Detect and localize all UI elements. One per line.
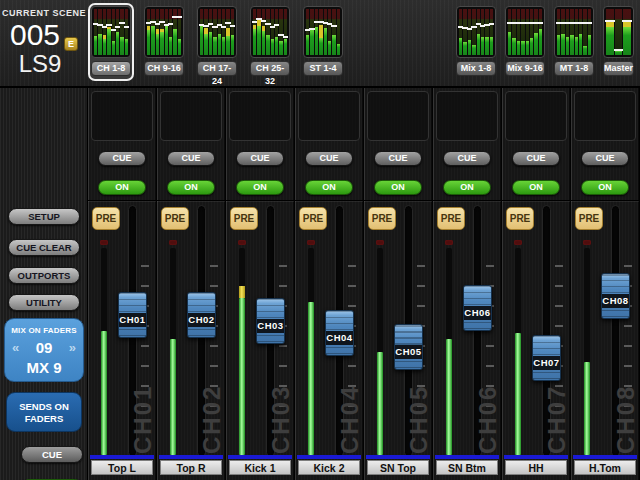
meter-bar xyxy=(213,9,216,55)
meter-bar xyxy=(579,9,582,55)
pre-badge[interactable]: PRE xyxy=(92,207,120,230)
utility-button[interactable]: UTILITY xyxy=(8,294,80,311)
channel-cue-button[interactable]: CUE xyxy=(581,151,629,166)
channel-on-button[interactable]: ON xyxy=(98,180,146,195)
channel-cue-button[interactable]: CUE xyxy=(236,151,284,166)
channel-processing-area[interactable] xyxy=(505,91,567,141)
meter-bridge-input-banks: CH 1-8 CH 9-16 CH 17-24 CH 25-32 ST 1-4 xyxy=(88,3,346,81)
meter-bar xyxy=(160,9,163,55)
channel-on-button[interactable]: ON xyxy=(167,180,215,195)
meter-display xyxy=(144,6,184,58)
channel-color-bar xyxy=(366,455,430,459)
channel-watermark: CH01 xyxy=(129,324,155,454)
channel-on-button[interactable]: ON xyxy=(374,180,422,195)
fader-handle[interactable]: CH04 xyxy=(325,310,354,356)
fader-scale-tick xyxy=(210,285,218,287)
channel-on-button[interactable]: ON xyxy=(443,180,491,195)
channel-meter-fill xyxy=(308,302,314,455)
ls9-mixer-app: CURRENT SCENE 005 E LS9 CH 1-8 CH 9-16 C… xyxy=(0,0,640,480)
channel-processing-area[interactable] xyxy=(160,91,222,141)
meter-bridge-tile[interactable]: Mix 1-8 xyxy=(453,3,499,81)
channel-name-label[interactable]: H.Tom xyxy=(574,460,636,475)
channel-on-button[interactable]: ON xyxy=(305,180,353,195)
fader-handle[interactable]: CH01 xyxy=(118,292,147,338)
clip-led-icon xyxy=(169,240,177,245)
mix-prev-chevron-icon[interactable]: « xyxy=(12,337,19,359)
current-scene-label: CURRENT SCENE xyxy=(0,8,88,18)
meter-display xyxy=(197,6,237,58)
pre-badge[interactable]: PRE xyxy=(368,207,396,230)
channel-name-label[interactable]: Top R xyxy=(160,460,222,475)
setup-button[interactable]: SETUP xyxy=(8,208,80,225)
meter-bar xyxy=(271,9,274,55)
channel-meter-fill xyxy=(515,333,521,455)
channel-processing-area[interactable] xyxy=(436,91,498,141)
cue-clear-button[interactable]: CUE CLEAR xyxy=(8,239,80,256)
fader-handle[interactable]: CH07 xyxy=(532,335,561,381)
channel-on-button[interactable]: ON xyxy=(236,180,284,195)
channel-processing-area[interactable] xyxy=(91,91,153,141)
fader-position-mark xyxy=(587,22,592,24)
channel-on-button[interactable]: ON xyxy=(512,180,560,195)
sends-on-faders-button[interactable]: SENDS ON FADERS xyxy=(6,392,82,432)
meter-bar xyxy=(103,9,106,55)
channel-cue-button[interactable]: CUE xyxy=(305,151,353,166)
channel-name-label[interactable]: HH xyxy=(505,460,567,475)
channel-meter-fill xyxy=(377,352,383,456)
fader-position-mark xyxy=(177,16,182,18)
pre-badge[interactable]: PRE xyxy=(299,207,327,230)
meter-bar xyxy=(315,9,318,55)
meter-bridge-tile[interactable]: CH 25-32 xyxy=(247,3,293,81)
fader-handle[interactable]: CH02 xyxy=(187,292,216,338)
meter-display xyxy=(554,6,594,58)
meter-bar xyxy=(98,9,101,55)
meter-bridge-tile[interactable]: Master xyxy=(600,3,637,81)
meter-bridge-tile[interactable]: CH 17-24 xyxy=(194,3,240,81)
current-scene-panel[interactable]: CURRENT SCENE 005 E LS9 xyxy=(0,0,88,86)
pre-badge[interactable]: PRE xyxy=(506,207,534,230)
pre-badge[interactable]: PRE xyxy=(437,207,465,230)
meter-bridge-tile[interactable]: CH 9-16 xyxy=(141,3,187,81)
fader-handle[interactable]: CH08 xyxy=(601,273,630,319)
channel-name-label[interactable]: SN Top xyxy=(367,460,429,475)
meter-bridge-tile[interactable]: ST 1-4 xyxy=(300,3,346,81)
channel-processing-area[interactable] xyxy=(229,91,291,141)
channel-cue-button[interactable]: CUE xyxy=(167,151,215,166)
channel-processing-area[interactable] xyxy=(367,91,429,141)
meter-bridge-bar: CURRENT SCENE 005 E LS9 CH 1-8 CH 9-16 C… xyxy=(0,0,640,88)
channel-name-label[interactable]: Kick 1 xyxy=(229,460,291,475)
channel-cue-button[interactable]: CUE xyxy=(98,151,146,166)
outports-button[interactable]: OUTPORTS xyxy=(8,267,80,284)
meter-bar xyxy=(459,9,462,55)
mix-next-chevron-icon[interactable]: » xyxy=(69,337,76,359)
fader-handle[interactable]: CH06 xyxy=(463,285,492,331)
meter-bridge-tile[interactable]: CH 1-8 xyxy=(88,3,134,81)
channel-cue-button[interactable]: CUE xyxy=(512,151,560,166)
meter-bar xyxy=(566,9,569,55)
channel-name-label[interactable]: Kick 2 xyxy=(298,460,360,475)
channel-name-label[interactable]: SN Btm xyxy=(436,460,498,475)
meter-bar xyxy=(156,9,159,55)
meter-bar xyxy=(615,9,623,55)
pre-badge[interactable]: PRE xyxy=(230,207,258,230)
meter-bridge-tile[interactable]: MT 1-8 xyxy=(551,3,597,81)
channel-cue-button[interactable]: CUE xyxy=(443,151,491,166)
meter-bar xyxy=(112,9,115,55)
channel-processing-area[interactable] xyxy=(574,91,636,141)
sidebar-cue-button[interactable]: CUE xyxy=(21,446,83,463)
strip-divider xyxy=(88,200,156,201)
pre-badge[interactable]: PRE xyxy=(161,207,189,230)
channel-cue-button[interactable]: CUE xyxy=(374,151,422,166)
fader-handle[interactable]: CH03 xyxy=(256,298,285,344)
pre-badge[interactable]: PRE xyxy=(575,207,603,230)
meter-bridge-tile[interactable]: Mix 9-16 xyxy=(502,3,548,81)
meter-bridge-tile-label: Mix 9-16 xyxy=(505,61,545,76)
mix-on-faders-panel[interactable]: MIX ON FADERS « 09 » MX 9 xyxy=(4,318,84,382)
channel-processing-area[interactable] xyxy=(298,91,360,141)
fader-handle[interactable]: CH05 xyxy=(394,324,423,370)
meter-bar xyxy=(324,9,327,55)
channel-name-label[interactable]: Top L xyxy=(91,460,153,475)
channel-on-button[interactable]: ON xyxy=(581,180,629,195)
fader-scale-tick xyxy=(486,265,494,267)
fader-scale-tick xyxy=(417,265,425,267)
